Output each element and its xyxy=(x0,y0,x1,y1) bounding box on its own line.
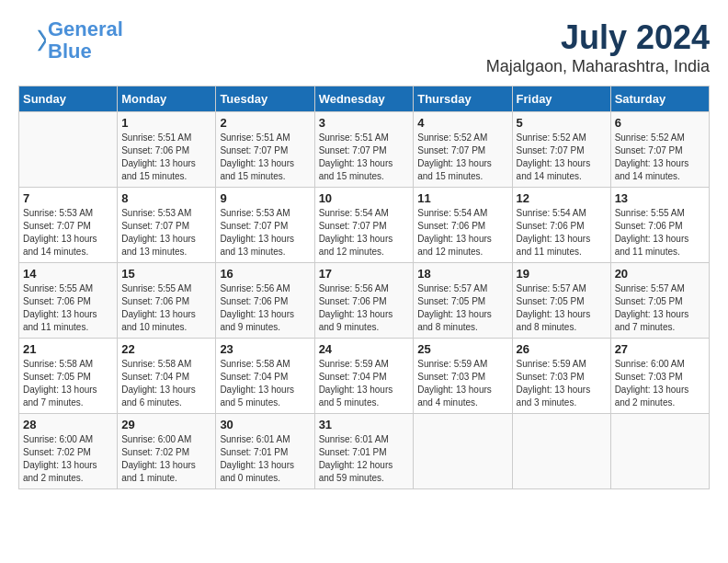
weekday-header: Thursday xyxy=(414,86,512,112)
calendar-day-cell: 15Sunrise: 5:55 AM Sunset: 7:06 PM Dayli… xyxy=(118,263,216,339)
calendar-day-cell: 4Sunrise: 5:52 AM Sunset: 7:07 PM Daylig… xyxy=(414,112,512,188)
day-info: Sunrise: 5:53 AM Sunset: 7:07 PM Dayligh… xyxy=(23,207,113,259)
day-number: 13 xyxy=(615,191,705,205)
day-info: Sunrise: 5:55 AM Sunset: 7:06 PM Dayligh… xyxy=(23,282,113,334)
day-number: 15 xyxy=(121,267,211,281)
calendar-day-cell: 10Sunrise: 5:54 AM Sunset: 7:07 PM Dayli… xyxy=(314,188,414,263)
calendar-day-cell: 27Sunrise: 6:00 AM Sunset: 7:03 PM Dayli… xyxy=(610,339,709,414)
day-info: Sunrise: 5:59 AM Sunset: 7:04 PM Dayligh… xyxy=(319,358,410,409)
day-info: Sunrise: 5:51 AM Sunset: 7:06 PM Dayligh… xyxy=(121,132,211,183)
day-info: Sunrise: 5:52 AM Sunset: 7:07 PM Dayligh… xyxy=(517,132,607,183)
day-number: 30 xyxy=(220,418,310,431)
calendar-day-cell: 6Sunrise: 5:52 AM Sunset: 7:07 PM Daylig… xyxy=(610,112,709,188)
day-info: Sunrise: 5:51 AM Sunset: 7:07 PM Dayligh… xyxy=(319,132,410,183)
calendar-week-row: 1Sunrise: 5:51 AM Sunset: 7:06 PM Daylig… xyxy=(19,112,710,188)
calendar-day-cell: 20Sunrise: 5:57 AM Sunset: 7:05 PM Dayli… xyxy=(610,263,709,339)
day-number: 20 xyxy=(615,267,705,281)
weekday-header: Tuesday xyxy=(216,86,314,112)
weekday-header: Monday xyxy=(118,86,216,112)
day-number: 18 xyxy=(417,267,507,281)
day-number: 26 xyxy=(517,342,607,356)
calendar-day-cell xyxy=(512,414,610,489)
weekday-header: Friday xyxy=(512,86,610,112)
day-number: 28 xyxy=(23,418,113,431)
day-info: Sunrise: 5:59 AM Sunset: 7:03 PM Dayligh… xyxy=(417,358,507,409)
day-info: Sunrise: 5:54 AM Sunset: 7:06 PM Dayligh… xyxy=(517,207,607,259)
calendar-day-cell: 9Sunrise: 5:53 AM Sunset: 7:07 PM Daylig… xyxy=(216,188,314,263)
calendar-day-cell: 30Sunrise: 6:01 AM Sunset: 7:01 PM Dayli… xyxy=(216,414,314,489)
day-number: 16 xyxy=(220,267,310,281)
day-number: 9 xyxy=(220,191,310,205)
logo: General Blue xyxy=(18,18,123,63)
calendar-day-cell: 18Sunrise: 5:57 AM Sunset: 7:05 PM Dayli… xyxy=(414,263,512,339)
day-number: 21 xyxy=(23,342,113,356)
day-number: 14 xyxy=(23,267,113,281)
logo-icon xyxy=(18,27,46,54)
day-number: 5 xyxy=(517,116,607,130)
day-info: Sunrise: 5:54 AM Sunset: 7:07 PM Dayligh… xyxy=(319,207,410,259)
day-number: 6 xyxy=(615,116,705,130)
day-number: 27 xyxy=(615,342,705,356)
calendar-day-cell: 24Sunrise: 5:59 AM Sunset: 7:04 PM Dayli… xyxy=(314,339,414,414)
weekday-header: Sunday xyxy=(19,86,118,112)
day-info: Sunrise: 5:55 AM Sunset: 7:06 PM Dayligh… xyxy=(615,207,705,259)
day-number: 23 xyxy=(220,342,310,356)
calendar-day-cell: 23Sunrise: 5:58 AM Sunset: 7:04 PM Dayli… xyxy=(216,339,314,414)
calendar-day-cell: 13Sunrise: 5:55 AM Sunset: 7:06 PM Dayli… xyxy=(610,188,709,263)
day-number: 3 xyxy=(319,116,410,130)
calendar-day-cell xyxy=(610,414,709,489)
calendar-day-cell: 1Sunrise: 5:51 AM Sunset: 7:06 PM Daylig… xyxy=(118,112,216,188)
calendar-week-row: 28Sunrise: 6:00 AM Sunset: 7:02 PM Dayli… xyxy=(19,414,710,489)
day-info: Sunrise: 5:53 AM Sunset: 7:07 PM Dayligh… xyxy=(121,207,211,259)
calendar-day-cell: 17Sunrise: 5:56 AM Sunset: 7:06 PM Dayli… xyxy=(314,263,414,339)
calendar-header-row: SundayMondayTuesdayWednesdayThursdayFrid… xyxy=(19,86,710,112)
location-title: Majalgaon, Maharashtra, India xyxy=(486,57,710,76)
day-number: 24 xyxy=(319,342,410,356)
day-number: 11 xyxy=(417,191,507,205)
calendar-day-cell: 16Sunrise: 5:56 AM Sunset: 7:06 PM Dayli… xyxy=(216,263,314,339)
day-number: 17 xyxy=(319,267,410,281)
calendar-day-cell: 3Sunrise: 5:51 AM Sunset: 7:07 PM Daylig… xyxy=(314,112,414,188)
calendar-day-cell: 12Sunrise: 5:54 AM Sunset: 7:06 PM Dayli… xyxy=(512,188,610,263)
day-info: Sunrise: 5:57 AM Sunset: 7:05 PM Dayligh… xyxy=(615,282,705,334)
day-info: Sunrise: 6:01 AM Sunset: 7:01 PM Dayligh… xyxy=(319,433,410,485)
calendar-day-cell: 31Sunrise: 6:01 AM Sunset: 7:01 PM Dayli… xyxy=(314,414,414,489)
calendar-day-cell: 19Sunrise: 5:57 AM Sunset: 7:05 PM Dayli… xyxy=(512,263,610,339)
day-info: Sunrise: 5:56 AM Sunset: 7:06 PM Dayligh… xyxy=(319,282,410,334)
day-info: Sunrise: 5:52 AM Sunset: 7:07 PM Dayligh… xyxy=(417,132,507,183)
day-info: Sunrise: 6:01 AM Sunset: 7:01 PM Dayligh… xyxy=(220,433,310,485)
calendar-day-cell: 2Sunrise: 5:51 AM Sunset: 7:07 PM Daylig… xyxy=(216,112,314,188)
calendar-day-cell: 8Sunrise: 5:53 AM Sunset: 7:07 PM Daylig… xyxy=(118,188,216,263)
day-info: Sunrise: 5:56 AM Sunset: 7:06 PM Dayligh… xyxy=(220,282,310,334)
day-info: Sunrise: 5:58 AM Sunset: 7:04 PM Dayligh… xyxy=(121,358,211,409)
logo-text: General Blue xyxy=(48,18,123,63)
day-info: Sunrise: 5:58 AM Sunset: 7:04 PM Dayligh… xyxy=(220,358,310,409)
day-info: Sunrise: 5:54 AM Sunset: 7:06 PM Dayligh… xyxy=(417,207,507,259)
day-info: Sunrise: 5:53 AM Sunset: 7:07 PM Dayligh… xyxy=(220,207,310,259)
calendar-day-cell xyxy=(414,414,512,489)
day-number: 22 xyxy=(121,342,211,356)
calendar-day-cell: 26Sunrise: 5:59 AM Sunset: 7:03 PM Dayli… xyxy=(512,339,610,414)
calendar-day-cell: 25Sunrise: 5:59 AM Sunset: 7:03 PM Dayli… xyxy=(414,339,512,414)
calendar-day-cell: 5Sunrise: 5:52 AM Sunset: 7:07 PM Daylig… xyxy=(512,112,610,188)
day-number: 8 xyxy=(121,191,211,205)
day-number: 1 xyxy=(121,116,211,130)
day-info: Sunrise: 5:52 AM Sunset: 7:07 PM Dayligh… xyxy=(615,132,705,183)
title-block: July 2024 Majalgaon, Maharashtra, India xyxy=(486,18,710,76)
calendar-day-cell: 21Sunrise: 5:58 AM Sunset: 7:05 PM Dayli… xyxy=(19,339,118,414)
day-number: 31 xyxy=(319,418,410,431)
day-info: Sunrise: 5:58 AM Sunset: 7:05 PM Dayligh… xyxy=(23,358,113,409)
calendar-day-cell: 29Sunrise: 6:00 AM Sunset: 7:02 PM Dayli… xyxy=(118,414,216,489)
day-number: 25 xyxy=(417,342,507,356)
weekday-header: Wednesday xyxy=(314,86,414,112)
day-info: Sunrise: 5:57 AM Sunset: 7:05 PM Dayligh… xyxy=(517,282,607,334)
calendar-day-cell: 22Sunrise: 5:58 AM Sunset: 7:04 PM Dayli… xyxy=(118,339,216,414)
day-info: Sunrise: 6:00 AM Sunset: 7:02 PM Dayligh… xyxy=(121,433,211,485)
day-number: 10 xyxy=(319,191,410,205)
day-number: 2 xyxy=(220,116,310,130)
calendar-day-cell: 28Sunrise: 6:00 AM Sunset: 7:02 PM Dayli… xyxy=(19,414,118,489)
calendar-day-cell: 11Sunrise: 5:54 AM Sunset: 7:06 PM Dayli… xyxy=(414,188,512,263)
day-info: Sunrise: 5:55 AM Sunset: 7:06 PM Dayligh… xyxy=(121,282,211,334)
calendar-week-row: 7Sunrise: 5:53 AM Sunset: 7:07 PM Daylig… xyxy=(19,188,710,263)
calendar-table: SundayMondayTuesdayWednesdayThursdayFrid… xyxy=(18,86,710,489)
